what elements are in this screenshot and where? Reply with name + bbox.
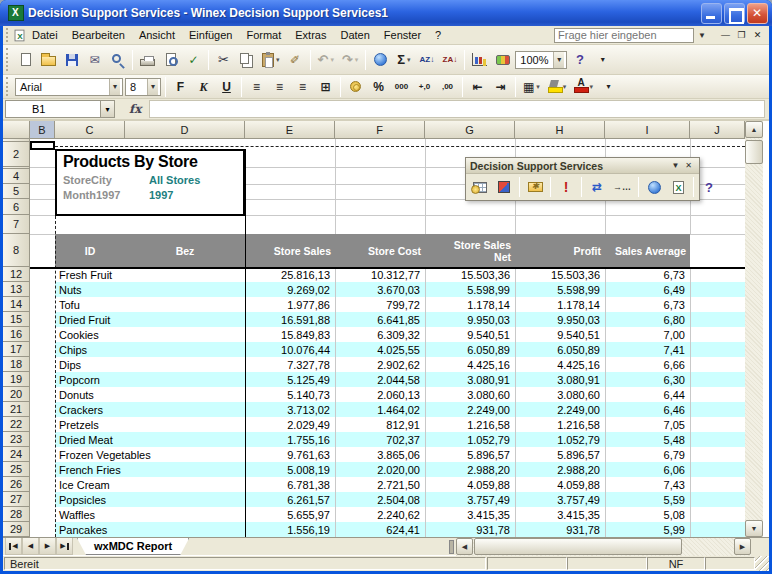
paste-dropdown-icon[interactable]: ▾ [276,56,280,64]
increase-decimal-button[interactable]: +,0 [414,76,435,97]
undo-dropdown-icon[interactable]: ▾ [330,56,334,64]
column-header-b[interactable]: B [30,121,55,139]
dss-library-button[interactable] [524,176,546,198]
value-cell[interactable]: 5,48 [605,432,690,447]
value-cell[interactable]: 2.029,49 [245,417,335,432]
table-header-bez[interactable]: Bez [125,234,245,267]
cell[interactable] [30,492,55,507]
percent-style-button[interactable]: % [368,76,389,97]
prev-sheet-button[interactable]: ◀ [22,538,39,555]
dss-floating-toolbar[interactable]: Decision Support Services ▼ ✕ !⇄→…? [465,157,700,201]
format-painter-button[interactable]: ✐ [285,49,306,70]
row-header-23[interactable]: 23 [3,432,30,447]
cell[interactable] [690,372,745,387]
value-cell[interactable]: 6.050,89 [425,342,515,357]
cell[interactable] [690,357,745,372]
value-cell[interactable]: 1.052,79 [515,432,605,447]
value-cell[interactable]: 3.080,91 [425,372,515,387]
align-right-button[interactable]: ≡ [292,76,313,97]
cell[interactable] [690,312,745,327]
toolbar-options-button[interactable]: ▾ [592,49,613,70]
zoom-dropdown-icon[interactable]: ▾ [553,52,564,68]
row-header-25[interactable]: 25 [3,462,30,477]
menu-item-fenster[interactable]: Fenster [377,27,428,43]
column-header-d[interactable]: D [125,121,245,139]
cell[interactable] [30,417,55,432]
report-header-box[interactable]: Products By Store StoreCity All Stores M… [55,149,245,216]
value-cell[interactable]: 10.312,77 [335,267,425,282]
value-cell[interactable]: 4.025,55 [335,342,425,357]
row-header-28[interactable]: 28 [3,507,30,522]
question-input[interactable] [554,28,694,43]
product-name-cell[interactable]: Dips [55,357,245,372]
row-header-17[interactable]: 17 [3,342,30,357]
undo-button[interactable]: ↶▾ [315,49,337,70]
fill-color-dropdown-icon[interactable]: ▾ [563,83,567,91]
decrease-decimal-button[interactable]: ,00 [437,76,458,97]
value-cell[interactable]: 3.080,60 [425,387,515,402]
value-cell[interactable]: 25.816,13 [245,267,335,282]
cell[interactable] [690,402,745,417]
value-cell[interactable]: 1.216,58 [515,417,605,432]
value-cell[interactable]: 931,78 [425,522,515,537]
value-cell[interactable]: 7,41 [605,342,690,357]
product-name-cell[interactable]: Crackers [55,402,245,417]
value-cell[interactable]: 1.556,19 [245,522,335,537]
value-cell[interactable]: 6,80 [605,312,690,327]
new-document-button[interactable] [15,49,36,70]
value-cell[interactable]: 6,66 [605,357,690,372]
row-header-15[interactable]: 15 [3,312,30,327]
minimize-button[interactable] [701,3,722,24]
help-button[interactable]: ? [569,49,590,70]
product-name-cell[interactable]: Cookies [55,327,245,342]
redo-dropdown-icon[interactable]: ▾ [355,56,359,64]
cell[interactable] [30,297,55,312]
name-box-dropdown-icon[interactable]: ▾ [101,100,115,118]
value-cell[interactable]: 2.988,20 [515,462,605,477]
borders-dropdown-icon[interactable]: ▾ [536,83,540,91]
autosum-button[interactable]: Σ▾ [393,49,414,70]
value-cell[interactable]: 6,73 [605,267,690,282]
table-header-id[interactable]: ID [55,234,125,267]
value-cell[interactable]: 16.591,88 [245,312,335,327]
workbook-icon[interactable] [15,29,25,41]
dss-execute-button[interactable]: ! [555,176,577,198]
table-header-profit[interactable]: Profit [515,234,605,267]
workbook-minimize-button[interactable]: — [718,30,733,40]
value-cell[interactable]: 3.713,02 [245,402,335,417]
merge-center-button[interactable]: ⊞ [315,76,336,97]
cell[interactable] [690,327,745,342]
product-name-cell[interactable]: Dried Fruit [55,312,245,327]
value-cell[interactable]: 6,46 [605,402,690,417]
sort-descending-button[interactable]: ZA↓ [439,49,460,70]
row-header-6[interactable]: 6 [3,199,30,215]
cell[interactable] [690,522,745,537]
column-header-f[interactable]: F [335,121,425,139]
scroll-up-icon[interactable]: ▲ [745,121,763,138]
row-header-18[interactable]: 18 [3,357,30,372]
value-cell[interactable]: 7.327,78 [245,357,335,372]
cell[interactable] [690,417,745,432]
value-cell[interactable]: 799,72 [335,297,425,312]
value-cell[interactable]: 3.865,06 [335,447,425,462]
align-center-button[interactable]: ≡ [269,76,290,97]
column-header-e[interactable]: E [245,121,335,139]
menu-item-bearbeiten[interactable]: Bearbeiten [65,27,132,43]
product-name-cell[interactable]: Ice Cream [55,477,245,492]
row-header-24[interactable]: 24 [3,447,30,462]
first-sheet-button[interactable]: ◀ [5,538,22,555]
value-cell[interactable]: 2.504,08 [335,492,425,507]
sort-ascending-button[interactable]: AZ↓ [416,49,437,70]
font-color-dropdown-icon[interactable]: ▾ [589,83,593,91]
chart-wizard-button[interactable] [469,49,490,70]
value-cell[interactable]: 4.059,88 [515,477,605,492]
value-cell[interactable]: 5,59 [605,492,690,507]
value-cell[interactable]: 2.988,20 [425,462,515,477]
value-cell[interactable]: 1.755,16 [245,432,335,447]
value-cell[interactable]: 5.598,99 [515,282,605,297]
horizontal-scrollbar[interactable]: ◀ ▶ [456,538,751,556]
cell[interactable] [30,327,55,342]
toolbar-grip[interactable] [6,77,11,95]
value-cell[interactable]: 6,30 [605,372,690,387]
value-cell[interactable]: 7,05 [605,417,690,432]
